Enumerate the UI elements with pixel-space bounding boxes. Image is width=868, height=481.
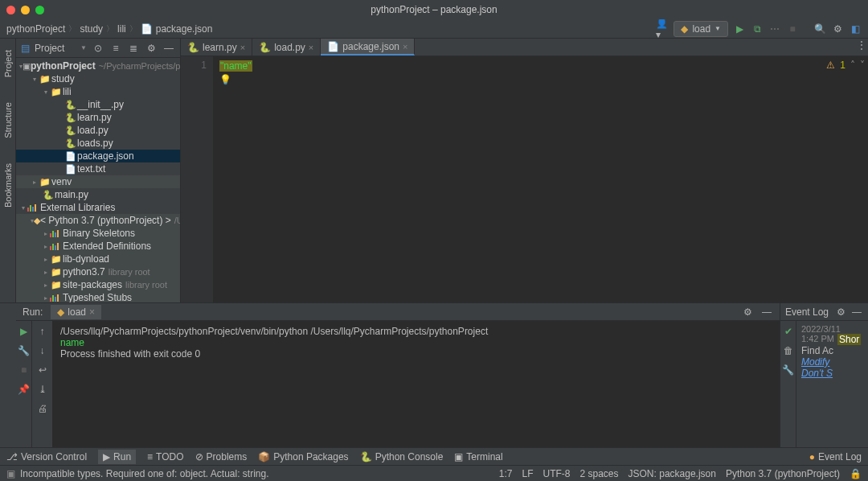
caret-position[interactable]: 1:7 xyxy=(499,468,513,479)
breadcrumb-item[interactable]: lili xyxy=(117,23,126,35)
breadcrumb-item[interactable]: pythonProject xyxy=(6,23,65,35)
project-icon: ▣ xyxy=(23,61,31,72)
tree-node[interactable]: 📄text.txt xyxy=(16,162,180,175)
stripe-icon[interactable]: ◧ xyxy=(849,23,862,35)
file-encoding[interactable]: UTF-8 xyxy=(543,468,571,479)
run-config-tab[interactable]: ◆ load × xyxy=(51,305,101,319)
code-area[interactable]: "name" 💡 xyxy=(213,56,868,302)
python-packages-button[interactable]: 📦Python Packages xyxy=(258,451,348,462)
up-icon[interactable]: ↑ xyxy=(40,326,45,337)
soft-wrap-icon[interactable]: ↩ xyxy=(39,364,47,376)
rerun-icon[interactable]: ▶ xyxy=(20,326,27,337)
pin-icon[interactable]: 📌 xyxy=(18,384,30,395)
breadcrumb-item[interactable]: 📄 package.json xyxy=(141,23,213,35)
problems-button[interactable]: ⊘Problems xyxy=(195,451,248,462)
event-log-body[interactable]: 2022/3/11 1:42 PMShor Find Ac Modify Don… xyxy=(796,321,868,447)
close-window-icon[interactable] xyxy=(6,6,15,14)
breadcrumb-item[interactable]: study xyxy=(80,23,103,35)
todo-button[interactable]: ≡TODO xyxy=(147,451,183,462)
tree-node[interactable]: ▸📁python3.7library root xyxy=(16,265,180,278)
run-button[interactable]: ▶Run xyxy=(98,450,136,464)
gear-icon[interactable]: ⚙ xyxy=(834,306,847,319)
python-file-icon: 🐍 xyxy=(64,100,77,110)
intention-bulb-icon[interactable]: 💡 xyxy=(219,74,231,85)
collapse-all-icon[interactable]: ≣ xyxy=(127,42,140,55)
warning-icon: ⚠ xyxy=(826,60,835,71)
tree-node[interactable]: ▸📁lib-dynload xyxy=(16,253,180,265)
debug-icon[interactable]: ⧉ xyxy=(751,23,764,35)
tree-node[interactable]: ▾ 📁 lili xyxy=(16,85,180,98)
interpreter[interactable]: Python 3.7 (pythonProject) xyxy=(726,468,840,479)
version-control-button[interactable]: ⎇Version Control xyxy=(6,451,87,462)
trash-icon[interactable]: 🗑 xyxy=(784,345,793,356)
editor-body[interactable]: 1 "name" 💡 ⚠ 1 ˄ ˅ xyxy=(181,56,868,302)
inspection-lock-icon[interactable]: 🔒 xyxy=(850,468,862,479)
close-icon[interactable]: × xyxy=(89,306,95,318)
node-label: lili xyxy=(63,86,72,97)
hide-icon[interactable]: — xyxy=(760,306,773,319)
print-icon[interactable]: 🖨 xyxy=(38,403,47,414)
scroll-to-end-icon[interactable]: ⤓ xyxy=(39,384,47,395)
file-schema[interactable]: JSON: package.json xyxy=(628,468,716,479)
tree-node[interactable]: ▸📁venv xyxy=(16,175,180,188)
search-icon[interactable]: 🔍 xyxy=(813,23,826,35)
line-separator[interactable]: LF xyxy=(522,468,533,479)
tree-node[interactable]: ▸Typeshed Stubs xyxy=(16,291,180,302)
editor-inspection-status[interactable]: ⚠ 1 ˄ ˅ xyxy=(826,60,865,71)
tree-node[interactable]: 🐍learn.py xyxy=(16,111,180,124)
run-config-selector[interactable]: ◆ load ▼ xyxy=(674,21,728,37)
console-output[interactable]: /Users/llq/PycharmProjects/pythonProject… xyxy=(52,321,780,447)
select-open-file-icon[interactable]: ⊙ xyxy=(92,42,104,55)
tree-node[interactable]: ▸Extended Definitions xyxy=(16,240,180,253)
structure-tool-button[interactable]: Structure xyxy=(3,96,13,145)
event-log-link[interactable]: Modify xyxy=(801,356,863,368)
event-log-link[interactable]: Don't S xyxy=(801,368,863,379)
indent-info[interactable]: 2 spaces xyxy=(580,468,619,479)
close-icon[interactable]: × xyxy=(403,42,407,51)
node-label: learn.py xyxy=(77,112,112,123)
run-more-icon[interactable]: ⋯ xyxy=(768,23,781,35)
editor-tab[interactable]: 🐍load.py× xyxy=(252,39,321,56)
project-view-title[interactable]: Project xyxy=(35,43,76,54)
wrench-icon[interactable]: 🔧 xyxy=(18,345,30,356)
close-icon[interactable]: × xyxy=(240,43,245,52)
gear-icon[interactable]: ⚙ xyxy=(145,42,158,55)
editor-tab[interactable]: 🐍learn.py× xyxy=(181,39,252,56)
expand-all-icon[interactable]: ≡ xyxy=(109,42,122,55)
down-icon[interactable]: ↓ xyxy=(40,345,45,356)
tab-options-icon[interactable]: ⋮ xyxy=(855,39,868,51)
minimize-window-icon[interactable] xyxy=(21,6,30,14)
tree-node-selected[interactable]: 📄package.json xyxy=(16,150,180,162)
wrench-icon[interactable]: 🔧 xyxy=(782,364,794,376)
user-icon[interactable]: 👤▾ xyxy=(656,23,669,35)
bottom-tool-window: Run: ◆ load × ⚙ — ▶ 🔧 ■ 📌 ↑ ↓ xyxy=(0,302,868,447)
hide-icon[interactable]: — xyxy=(162,42,175,55)
python-console-button[interactable]: 🐍Python Console xyxy=(360,451,444,462)
tree-node[interactable]: ▾◆< Python 3.7 (pythonProject) >/U xyxy=(16,214,180,227)
hide-icon[interactable]: — xyxy=(850,306,863,319)
maximize-window-icon[interactable] xyxy=(35,6,44,14)
terminal-button[interactable]: ▣Terminal xyxy=(454,451,502,462)
chevron-down-icon[interactable]: ˅ xyxy=(860,60,865,71)
gear-icon[interactable]: ⚙ xyxy=(741,306,754,319)
project-tool-button[interactable]: Project xyxy=(3,43,13,84)
tree-node[interactable]: 🐍load.py xyxy=(16,124,180,137)
tree-node-root[interactable]: ▾ ▣ pythonProject ~/PycharmProjects/p xyxy=(16,60,180,72)
editor-tab-active[interactable]: 📄package.json× xyxy=(321,39,415,56)
settings-icon[interactable]: ⚙ xyxy=(831,23,844,35)
event-log-button[interactable]: ●Event Log xyxy=(809,451,862,462)
chevron-up-icon[interactable]: ˄ xyxy=(850,60,855,71)
tree-node[interactable]: 🐍loads.py xyxy=(16,137,180,150)
lock-icon[interactable]: ▣ xyxy=(6,468,15,479)
close-icon[interactable]: × xyxy=(309,43,313,52)
chevron-down-icon[interactable]: ▼ xyxy=(80,44,87,51)
tree-node[interactable]: 🐍__init__.py xyxy=(16,98,180,111)
tree-node[interactable]: 🐍main.py xyxy=(16,188,180,201)
check-icon[interactable]: ✔ xyxy=(784,326,792,337)
tree-node[interactable]: ▸Binary Skeletons xyxy=(16,227,180,240)
bookmarks-tool-button[interactable]: Bookmarks xyxy=(3,157,13,214)
run-icon[interactable]: ▶ xyxy=(733,23,746,35)
tree-node[interactable]: ▾External Libraries xyxy=(16,201,180,214)
tree-node[interactable]: ▾ 📁 study xyxy=(16,72,180,85)
tree-node[interactable]: ▸📁site-packageslibrary root xyxy=(16,278,180,291)
